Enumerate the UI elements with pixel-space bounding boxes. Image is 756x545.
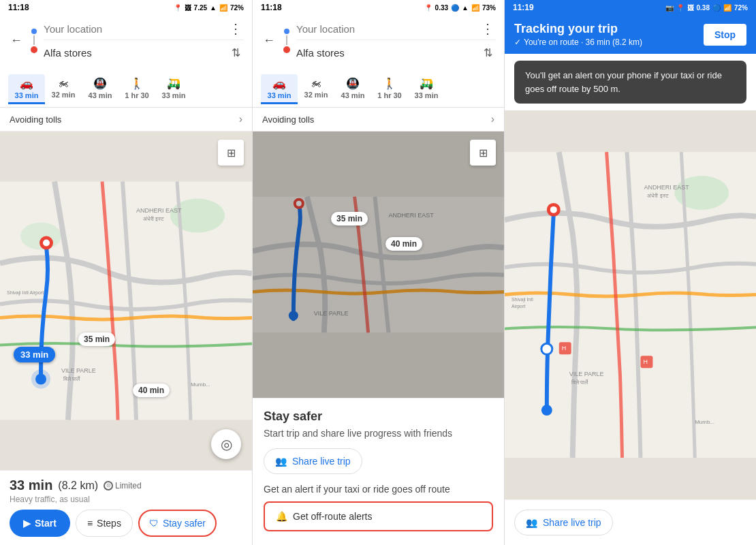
tab-car-p2[interactable]: 🚗 33 min [261, 74, 298, 104]
svg-point-4 [43, 240, 50, 247]
time-p1: 11:18 [8, 3, 29, 12]
status-icons-p2: 📍 0.33 🔵 ▲ 📶 73% [424, 4, 496, 12]
battery-text: 72% [230, 4, 244, 12]
avoid-tolls-p1[interactable]: Avoiding tolls › [0, 108, 252, 131]
tracking-info: Tracking your trip ✓ You're on route · 3… [514, 22, 642, 47]
camera-icon-p3: 📷 [665, 4, 674, 12]
svg-text:H: H [562, 345, 566, 352]
dest-input-p2[interactable] [296, 47, 479, 59]
bottom-bar-p1: 33 min (8.2 km) ⊙ Limited Heavy traffic,… [0, 470, 252, 545]
share-live-trip-button[interactable]: 👥 Share live trip [264, 448, 362, 474]
list-icon: ≡ [87, 518, 93, 529]
photo-icon-p3: 🖼 [687, 4, 694, 12]
svg-text:Airport: Airport [511, 304, 526, 309]
share-live-icon-p3: 👥 [526, 517, 537, 528]
time-bubble-40-p2: 40 min [385, 237, 422, 251]
layers-button-p1[interactable]: ⊞ [218, 140, 244, 166]
walk-icon-p2: 🚶 [383, 77, 396, 90]
moto-icon-p2: 🏍 [311, 77, 321, 89]
tracking-status: You're on route · 36 min (8.2 km) [524, 37, 642, 47]
stay-safer-desc: Start trip and share live progress with … [264, 428, 493, 439]
signal-p2: 0.33 [435, 4, 448, 12]
tab-auto-p2[interactable]: 🛺 33 min [408, 74, 445, 104]
transit-icon: 🚇 [93, 77, 107, 90]
more-button-p1[interactable]: ⋮ [227, 20, 244, 37]
photo-icon: 🖼 [185, 4, 191, 12]
signal-text: 7.25 [194, 4, 207, 12]
auto-icon: 🛺 [167, 77, 180, 90]
panel-3-bottom: 👥 Share live trip [505, 499, 756, 545]
time-bubble-35-p2: 35 min [331, 212, 368, 225]
svg-text:अंधेरी इस्ट: अंधेरी इस्ट [143, 215, 164, 222]
stay-safer-button-p1[interactable]: 🛡 Stay safer [138, 510, 217, 537]
route-line [33, 35, 35, 45]
origin-input-p2[interactable] [296, 23, 477, 35]
traffic-icon: ⊙ [104, 481, 113, 490]
svg-point-23 [541, 343, 552, 354]
svg-text:ANDHERI EAST: ANDHERI EAST [644, 184, 689, 191]
more-button-p2[interactable]: ⋮ [479, 20, 496, 37]
swap-button-p1[interactable]: ⇅ [227, 44, 244, 61]
wifi-icon: ▲ [210, 4, 217, 12]
time-p3: 11:19 [513, 3, 534, 12]
steps-button[interactable]: ≡ Steps [76, 510, 133, 537]
dest-dot-p2 [283, 46, 290, 53]
map-p2: ANDHERI EAST VILE PARLE 35 min 40 min ⊞ [253, 131, 504, 398]
swap-button-p2[interactable]: ⇅ [479, 44, 496, 61]
tab-walk-p1[interactable]: 🚶 1 hr 30 [119, 74, 155, 104]
panel-navigation: 11:18 📍 🖼 7.25 ▲ 📶 72% ← ⋮ [0, 0, 252, 545]
alert-tooltip: You'll get an alert on your phone if you… [514, 61, 746, 104]
tab-transit-p2[interactable]: 🚇 43 min [334, 74, 371, 104]
svg-text:विले पार्ले: विले पार्ले [63, 375, 80, 382]
tab-auto-p1[interactable]: 🛺 33 min [155, 74, 192, 104]
signal-p3: 0.38 [697, 4, 710, 12]
svg-text:अंधेरी इस्ट: अंधेरी इस्ट [647, 192, 668, 199]
chevron-right-icon-p2: › [491, 113, 494, 125]
tab-moto-p2[interactable]: 🏍 32 min [298, 74, 334, 104]
route-time: 33 min [10, 478, 52, 493]
dest-input[interactable] [44, 47, 227, 59]
map-p1[interactable]: ANDHERI EAST अंधेरी इस्ट VILE PARLE विले… [0, 131, 252, 470]
map-p3[interactable]: H H ANDHERI EAST अंधेरी इस्ट VILE PARLE … [505, 110, 756, 499]
car-icon: 🚗 [20, 77, 33, 90]
time-bubble-40-p1: 40 min [133, 384, 170, 397]
dest-dot [31, 46, 37, 53]
origin-input[interactable] [44, 23, 225, 35]
route-info-row: 33 min (8.2 km) ⊙ Limited [10, 478, 242, 493]
car-icon-p2: 🚗 [272, 77, 286, 90]
svg-point-6 [31, 370, 50, 389]
svg-text:विले पार्ले: विले पार्ले [571, 379, 588, 386]
back-button-p1[interactable]: ← [8, 33, 25, 49]
tracking-header: Tracking your trip ✓ You're on route · 3… [505, 15, 756, 54]
svg-text:Shivaji Intl Airport: Shivaji Intl Airport [7, 290, 44, 296]
tab-moto-p1[interactable]: 🏍 32 min [45, 74, 82, 104]
start-button[interactable]: ▶ Start [10, 510, 70, 537]
battery-p3: 72% [734, 4, 748, 12]
panel-tracking: 11:19 📷 📍 🖼 0.38 🔵 📶 72% Tracking your t… [504, 0, 756, 545]
status-icons-p3: 📷 📍 🖼 0.38 🔵 📶 72% [665, 4, 748, 12]
avoid-tolls-p2[interactable]: Avoiding tolls › [253, 108, 504, 131]
off-route-alerts-button[interactable]: 🔔 Get off-route alerts [264, 501, 493, 531]
location-icon-p2: 📍 [424, 4, 432, 12]
from-row-p2: ← ⋮ ⇅ [261, 20, 496, 61]
route-distance: (8.2 km) [58, 480, 98, 492]
transit-icon-p2: 🚇 [346, 77, 360, 90]
share-live-trip-button-p3[interactable]: 👥 Share live trip [514, 510, 613, 535]
layers-button-p2[interactable]: ⊞ [470, 140, 496, 166]
stop-button[interactable]: Stop [704, 24, 746, 46]
traffic-label: Limited [115, 481, 142, 490]
chevron-right-icon: › [239, 113, 242, 125]
back-button-p2[interactable]: ← [261, 33, 277, 49]
svg-point-24 [541, 405, 552, 416]
traffic-badge: ⊙ Limited [104, 481, 142, 490]
location-icon: 📍 [174, 4, 182, 12]
tab-car-p1[interactable]: 🚗 33 min [8, 74, 45, 104]
svg-text:Shivaji Intl: Shivaji Intl [511, 298, 533, 303]
signal-bars-p2: 📶 [471, 4, 479, 12]
tab-transit-p1[interactable]: 🚇 43 min [82, 74, 119, 104]
tab-walk-p2[interactable]: 🚶 1 hr 30 [371, 74, 408, 104]
location-button-p1[interactable]: ◎ [211, 429, 241, 459]
walk-icon: 🚶 [130, 77, 144, 90]
status-bar-p2: 11:18 📍 0.33 🔵 ▲ 📶 73% [253, 0, 504, 15]
moto-icon: 🏍 [58, 77, 69, 89]
